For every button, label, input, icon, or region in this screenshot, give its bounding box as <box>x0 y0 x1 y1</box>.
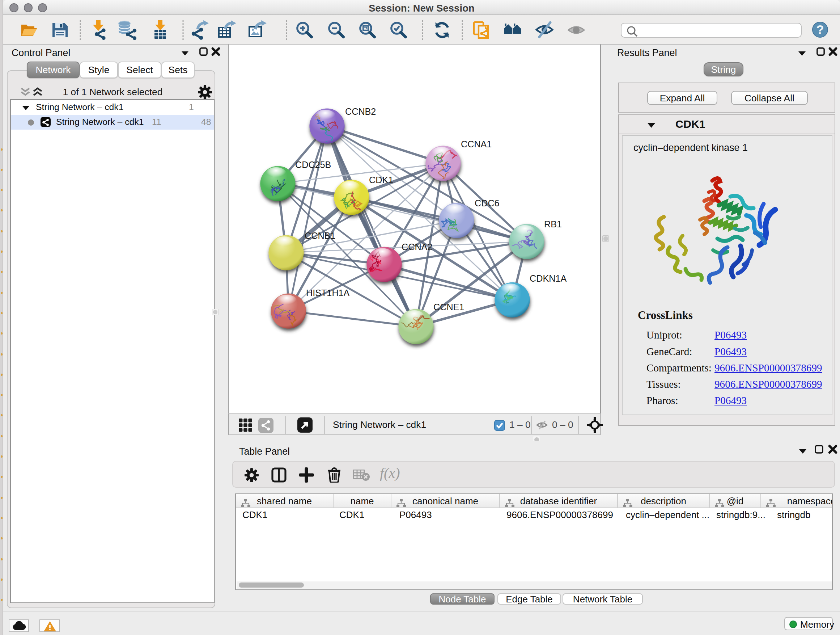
svg-text:CCNB1: CCNB1 <box>305 231 335 241</box>
svg-text:HIST1H1A: HIST1H1A <box>306 288 350 298</box>
svg-text:CCNE1: CCNE1 <box>433 302 464 312</box>
svg-text:CDC6: CDC6 <box>475 198 500 208</box>
svg-text:CDC25B: CDC25B <box>295 160 331 170</box>
svg-text:CDK1: CDK1 <box>369 175 393 185</box>
svg-text:CCNA1: CCNA1 <box>461 139 492 149</box>
svg-text:CDKN1A: CDKN1A <box>530 273 567 283</box>
svg-text:RB1: RB1 <box>544 219 562 229</box>
svg-text:CCNA2: CCNA2 <box>401 242 432 252</box>
svg-text:?: ? <box>816 22 824 36</box>
svg-text:CCNB2: CCNB2 <box>345 106 376 117</box>
